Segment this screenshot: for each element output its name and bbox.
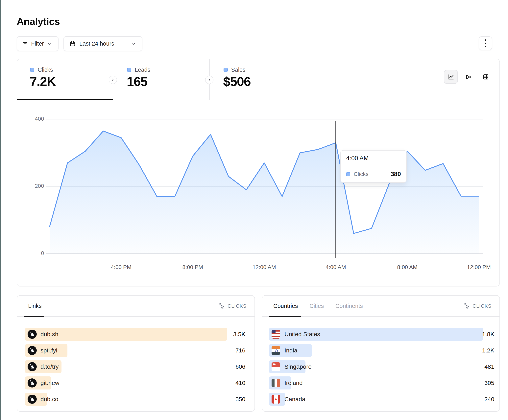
- list-item-value: 1.8K: [482, 331, 494, 338]
- clicks-marker-icon: [30, 68, 34, 72]
- more-options-button[interactable]: [479, 36, 492, 50]
- dub-logo-avatar: [28, 346, 37, 355]
- stat-label: Leads: [135, 66, 150, 73]
- list-item-value: 3.5K: [233, 331, 245, 338]
- list-item[interactable]: spti.fyi 716: [25, 344, 245, 357]
- list-item-value: 350: [235, 396, 245, 403]
- countries-metric-selector[interactable]: CLICKS: [463, 296, 492, 316]
- tab-leads[interactable]: Leads 165: [113, 59, 209, 100]
- line-chart-toggle[interactable]: [444, 70, 458, 84]
- table-view-toggle[interactable]: [479, 70, 493, 84]
- chevron-right-icon: [207, 78, 211, 82]
- countries-list: United States 1.8K India 1.2K Singapore …: [269, 328, 494, 406]
- stat-value: 7.2K: [30, 74, 56, 89]
- chart-tooltip: 4:00 AM Clicks 380: [340, 150, 407, 183]
- x-axis-label: 4:00 PM: [111, 264, 132, 270]
- countries-panel-header: Countries Cities Continents CLICKS: [262, 296, 500, 317]
- date-range-label: Last 24 hours: [79, 40, 114, 47]
- tab-continents[interactable]: Continents: [336, 303, 363, 309]
- funnel-icon: [464, 73, 472, 81]
- list-item[interactable]: Ireland 305: [269, 377, 494, 390]
- y-axis-label: 0: [41, 250, 44, 256]
- list-item-label: git.new: [40, 380, 59, 386]
- stat-label: Clicks: [38, 66, 53, 73]
- list-item-label: dub.sh: [40, 331, 58, 338]
- leads-marker-icon: [127, 68, 131, 72]
- list-item-value: 606: [235, 363, 245, 370]
- metric-label: CLICKS: [472, 303, 492, 309]
- stat-value: $506: [223, 74, 251, 89]
- tab-cities[interactable]: Cities: [309, 303, 324, 309]
- tooltip-time: 4:00 AM: [341, 151, 406, 166]
- active-tab-underline: [269, 316, 301, 317]
- links-panel-header: Links CLICKS: [17, 296, 254, 317]
- list-item[interactable]: d.to/try 606: [25, 360, 245, 373]
- filter-button[interactable]: Filter: [17, 36, 59, 51]
- list-item-value: 716: [235, 347, 245, 354]
- list-item-label: United States: [284, 331, 320, 338]
- sales-marker-icon: [224, 68, 228, 72]
- dub-logo-avatar: [28, 395, 37, 404]
- list-item-label: India: [284, 347, 297, 354]
- dub-logo-avatar: [28, 362, 37, 371]
- list-item[interactable]: Singapore 481: [269, 360, 494, 373]
- list-item[interactable]: dub.sh 3.5K: [25, 328, 245, 341]
- list-item-label: d.to/try: [40, 363, 59, 370]
- dub-logo-icon: [28, 330, 37, 339]
- y-axis-label: 400: [35, 116, 44, 122]
- filter-button-label: Filter: [31, 40, 44, 47]
- analytics-page: Analytics Filter Last 24 hours: [0, 0, 508, 420]
- analytics-card: Clicks 7.2K Leads 165 Sales $506: [17, 59, 500, 286]
- left-edge-strip: [0, 0, 1, 420]
- list-item-label: Canada: [284, 396, 305, 403]
- metric-label: CLICKS: [228, 303, 247, 309]
- tab-countries[interactable]: Countries: [273, 303, 298, 309]
- page-title: Analytics: [17, 16, 60, 27]
- cursor-click-icon: [219, 303, 225, 309]
- tooltip-series-label: Clicks: [354, 171, 387, 177]
- list-item-value: 410: [235, 380, 245, 386]
- tab-clicks[interactable]: Clicks 7.2K: [17, 59, 113, 100]
- expand-clicks-chevron[interactable]: [109, 76, 117, 84]
- list-item[interactable]: Canada 240: [269, 393, 494, 406]
- date-range-button[interactable]: Last 24 hours: [63, 36, 142, 51]
- dub-logo-avatar: [28, 378, 37, 388]
- chevron-right-icon: [111, 78, 115, 82]
- chart-area-fill: [50, 131, 479, 253]
- stat-label: Sales: [231, 66, 246, 73]
- list-item-label: Ireland: [284, 380, 303, 386]
- calendar-icon: [69, 41, 76, 47]
- ie-flag-icon: [272, 379, 280, 387]
- links-metric-selector[interactable]: CLICKS: [219, 296, 247, 316]
- list-item[interactable]: dub.co 350: [25, 393, 245, 406]
- dub-logo-icon: [28, 395, 37, 404]
- tooltip-value: 380: [391, 171, 401, 178]
- list-item[interactable]: United States 1.8K: [269, 328, 494, 341]
- in-flag-icon: [272, 346, 280, 355]
- clicks-marker-icon: [346, 172, 350, 176]
- countries-panel: Countries Cities Continents CLICKS Unite…: [262, 295, 500, 412]
- sg-flag-icon: [272, 362, 280, 371]
- list-item[interactable]: git.new 410: [25, 377, 245, 390]
- dub-logo-icon: [28, 346, 37, 355]
- links-list: dub.sh 3.5K spti.fyi 716 d.to/try 606 gi…: [25, 328, 245, 406]
- table-grid-icon: [482, 73, 490, 81]
- clicks-timeseries-chart[interactable]: 40020004:00 PM8:00 PM12:00 AM4:00 AM8:00…: [17, 100, 500, 286]
- chevron-down-icon: [47, 41, 52, 46]
- dub-logo-icon: [28, 378, 37, 388]
- list-item-value: 305: [484, 380, 494, 386]
- x-axis-label: 8:00 PM: [182, 264, 203, 270]
- tab-sales[interactable]: Sales $506: [210, 59, 309, 100]
- list-item-label: Singapore: [284, 363, 312, 370]
- kebab-menu-icon: [485, 39, 486, 47]
- x-axis-label: 8:00 AM: [397, 264, 418, 270]
- tab-links[interactable]: Links: [28, 303, 42, 309]
- active-tab-underline: [24, 316, 44, 317]
- x-axis-label: 12:00 PM: [467, 264, 491, 270]
- funnel-view-toggle[interactable]: [461, 70, 475, 84]
- chart-canvas: 40020004:00 PM8:00 PM12:00 AM4:00 AM8:00…: [17, 100, 500, 286]
- expand-leads-chevron[interactable]: [205, 76, 213, 84]
- chevron-down-icon: [131, 41, 136, 47]
- x-axis-label: 4:00 AM: [326, 264, 346, 270]
- list-item[interactable]: India 1.2K: [269, 344, 494, 357]
